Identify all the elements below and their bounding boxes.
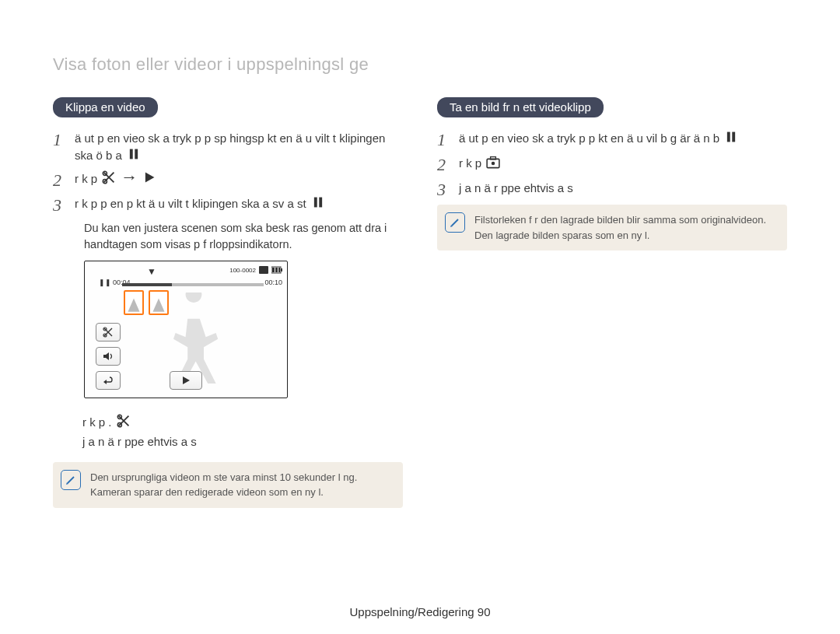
- note-icon: [61, 470, 81, 490]
- svg-rect-6: [319, 197, 322, 207]
- steps-list: 1 ä ut p en vieo sk a tryk p p sp hingsp…: [53, 130, 403, 214]
- page-footer: Uppspelning/Redigering 90: [0, 605, 840, 618]
- step-text: r k p p en p kt ä u vilt t klipingen ska…: [75, 195, 403, 212]
- step-item: 3 r k p p en p kt ä u vilt t klipingen s…: [53, 195, 403, 214]
- step-number: 1: [53, 130, 75, 149]
- svg-rect-9: [281, 268, 282, 271]
- svg-rect-24: [491, 157, 496, 159]
- info-note: Filstorleken f r den lagrade bilden blir…: [437, 205, 787, 250]
- step-text: r k p .: [82, 415, 403, 429]
- note-text: Den ursprungliga videon m ste vara minst…: [90, 470, 392, 500]
- note-icon: [445, 212, 465, 233]
- svg-rect-5: [314, 197, 317, 207]
- trim-handle-start[interactable]: [124, 290, 144, 315]
- arrow-icon: →: [121, 172, 138, 183]
- step-item: 3 j a n ä r ppe ehtvis a s: [437, 180, 787, 198]
- marker-icon: ▼: [147, 266, 156, 277]
- step-item: 2 r k p: [437, 155, 787, 173]
- step-text: ä ut p en vieo sk a tryk p p kt en ä u v…: [459, 130, 787, 147]
- svg-rect-10: [272, 268, 275, 272]
- substep-note: Du kan ven justera scenen som ska besk r…: [84, 220, 403, 253]
- section-heading-capture-image: Ta en bild fr n ett videoklipp: [437, 97, 604, 117]
- section-heading-trim-video: Klippa en video: [53, 97, 158, 117]
- step-number: 3: [437, 180, 459, 198]
- step-text: j a n ä r ppe ehtvis a s: [82, 435, 403, 448]
- step-text: j a n ä r ppe ehtvis a s: [459, 180, 787, 197]
- pause-icon: [311, 197, 325, 208]
- svg-rect-1: [135, 149, 138, 159]
- play-icon: [142, 172, 156, 183]
- info-note: Den ursprungliga videon m ste vara minst…: [53, 462, 403, 508]
- trim-button[interactable]: [96, 323, 121, 342]
- step-item: 2 r k p →: [53, 170, 403, 189]
- step-number: 2: [53, 170, 75, 189]
- step-text: ä ut p en vieo sk a tryk p p sp hingsp k…: [75, 130, 403, 164]
- video-editor-screenshot: 100-0002 ▼ ❚❚00:04 00:10: [84, 261, 288, 398]
- svg-rect-11: [275, 268, 278, 272]
- svg-rect-12: [278, 268, 280, 272]
- step-text: r k p →: [75, 170, 403, 187]
- back-button[interactable]: [96, 371, 121, 390]
- step-text: r k p: [459, 155, 787, 172]
- note-text: Filstorleken f r den lagrade bilden blir…: [474, 212, 776, 243]
- pause-icon: [127, 149, 141, 159]
- step-number: 3: [53, 195, 75, 214]
- svg-marker-4: [145, 172, 155, 182]
- scissors-icon: [102, 172, 116, 183]
- time-total: 00:10: [264, 278, 282, 286]
- play-button[interactable]: [170, 371, 202, 390]
- pause-mini-icon: ❚❚: [99, 278, 111, 286]
- sd-icon: [259, 266, 268, 275]
- page-title: Visa foton eller videor i uppspelningsl …: [53, 54, 369, 75]
- volume-button[interactable]: [96, 347, 121, 366]
- battery-icon: [271, 266, 282, 275]
- step-number: 1: [437, 130, 459, 149]
- file-info: 100-0002: [229, 266, 282, 275]
- left-column: Klippa en video 1 ä ut p en vieo sk a tr…: [53, 97, 403, 508]
- svg-rect-7: [259, 266, 268, 274]
- right-column: Ta en bild fr n ett videoklipp 1 ä ut p …: [437, 97, 787, 508]
- side-controls: [96, 323, 121, 390]
- page: Visa foton eller videor i uppspelningsl …: [0, 0, 840, 634]
- scissors-icon: [117, 415, 131, 426]
- svg-rect-22: [733, 132, 736, 142]
- svg-marker-17: [183, 377, 190, 384]
- svg-rect-21: [727, 132, 730, 142]
- svg-marker-16: [103, 380, 107, 384]
- pause-icon: [724, 131, 738, 142]
- content-columns: Klippa en video 1 ä ut p en vieo sk a tr…: [53, 97, 787, 508]
- svg-point-25: [492, 162, 495, 166]
- svg-marker-15: [103, 352, 109, 360]
- svg-rect-0: [130, 149, 133, 159]
- progress-bar[interactable]: [122, 283, 264, 286]
- step-number: 2: [437, 155, 459, 173]
- trailing-steps: r k p . j a n ä r ppe ehtvis a s: [82, 415, 403, 448]
- step-item: 1 ä ut p en vieo sk a tryk p p kt en ä u…: [437, 130, 787, 149]
- step-item: 1 ä ut p en vieo sk a tryk p p sp hingsp…: [53, 130, 403, 164]
- steps-list: 1 ä ut p en vieo sk a tryk p p kt en ä u…: [437, 130, 787, 198]
- capture-icon: [486, 157, 500, 168]
